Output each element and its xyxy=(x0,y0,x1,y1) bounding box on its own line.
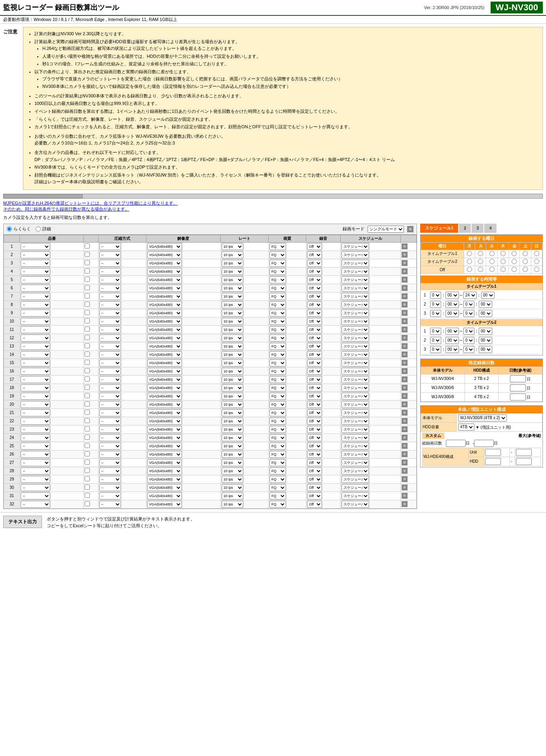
hinban-select-26[interactable]: -- xyxy=(21,451,50,458)
tt1-tue[interactable] xyxy=(475,250,486,258)
kaizodo-select-31[interactable]: VGA(640x480) xyxy=(147,492,182,500)
face-checkbox-21[interactable] xyxy=(85,410,90,415)
schedule-select-2[interactable]: スケジュール1 xyxy=(341,251,369,258)
est-days-input-3[interactable] xyxy=(510,393,526,401)
schedule-select-10[interactable]: スケジュール1 xyxy=(341,318,369,325)
off-wed[interactable] xyxy=(486,266,497,274)
hinban-select-14[interactable]: -- xyxy=(21,351,50,358)
rokion-select-20[interactable]: Off xyxy=(307,401,322,408)
hinban-select-6[interactable]: -- xyxy=(21,285,50,292)
tt2-mon[interactable] xyxy=(464,258,475,266)
gashitsu-select-30[interactable]: FQ xyxy=(269,484,286,491)
gashitsu-select-8[interactable]: FQ xyxy=(269,301,286,308)
scroll-bar[interactable] xyxy=(3,194,543,199)
face-checkbox-18[interactable] xyxy=(85,385,90,390)
rokion-select-18[interactable]: Off xyxy=(307,384,322,391)
schedule-select-7[interactable]: スケジュール1 xyxy=(341,293,369,300)
rokion-select-23[interactable]: Off xyxy=(307,426,322,433)
hinban-select-7[interactable]: -- xyxy=(21,293,50,300)
hinban-select-19[interactable]: -- xyxy=(21,393,50,400)
settings-btn-17[interactable]: ⚙ xyxy=(402,376,408,382)
tt2-fri[interactable] xyxy=(509,258,520,266)
face-checkbox-29[interactable] xyxy=(85,476,90,481)
asshuku-select-14[interactable]: -- xyxy=(99,351,121,358)
settings-btn-26[interactable]: ⚙ xyxy=(402,451,408,457)
schedule-select-32[interactable]: スケジュール1 xyxy=(341,501,369,508)
checkbox-cell-11[interactable] xyxy=(84,325,98,334)
hinban-select-30[interactable]: -- xyxy=(21,484,50,491)
gashitsu-select-11[interactable]: FQ xyxy=(269,326,286,333)
gashitsu-select-23[interactable]: FQ xyxy=(269,426,286,433)
tt1-start-m-1[interactable]: 00 xyxy=(446,292,459,299)
face-checkbox-4[interactable] xyxy=(85,268,90,274)
rate-select-23[interactable]: 10 ips xyxy=(222,426,243,433)
rakuraku-radio[interactable] xyxy=(7,226,12,232)
kaizodo-select-2[interactable]: VGA(640x480) xyxy=(147,251,182,258)
rate-select-13[interactable]: 10 ips xyxy=(222,343,243,350)
schedule-select-12[interactable]: スケジュール1 xyxy=(341,334,369,342)
settings-btn-12[interactable]: ⚙ xyxy=(402,335,408,341)
gashitsu-select-6[interactable]: FQ xyxy=(269,285,286,292)
schedule-select-21[interactable]: スケジュール1 xyxy=(341,409,369,416)
rate-select-3[interactable]: 10 ips xyxy=(222,260,243,267)
rate-select-4[interactable]: 10 ips xyxy=(222,268,243,275)
checkbox-cell-3[interactable] xyxy=(84,259,98,267)
gashitsu-select-20[interactable]: FQ xyxy=(269,401,286,408)
rokion-select-9[interactable]: Off xyxy=(307,310,322,317)
rate-select-29[interactable]: 10 ips xyxy=(222,476,243,483)
tt2-start-h-3[interactable]: 0 xyxy=(430,346,441,353)
settings-btn-23[interactable]: ⚙ xyxy=(402,426,408,432)
face-checkbox-23[interactable] xyxy=(85,426,90,431)
tt2-sat[interactable] xyxy=(520,258,531,266)
tt1-end-m-2[interactable]: 00 xyxy=(479,301,492,308)
rate-select-6[interactable]: 10 ips xyxy=(222,285,243,292)
kaizodo-select-19[interactable]: VGA(640x480) xyxy=(147,393,182,400)
schedule-select-8[interactable]: スケジュール1 xyxy=(341,301,369,308)
asshuku-select-9[interactable]: -- xyxy=(99,310,121,317)
rokion-select-15[interactable]: Off xyxy=(307,359,322,367)
checkbox-cell-14[interactable] xyxy=(84,350,98,359)
rate-select-20[interactable]: 10 ips xyxy=(222,401,243,408)
gashitsu-select-25[interactable]: FQ xyxy=(269,443,286,450)
hinban-select-23[interactable]: -- xyxy=(21,426,50,433)
kaizodo-select-18[interactable]: VGA(640x480) xyxy=(147,384,182,391)
rate-select-14[interactable]: 10 ips xyxy=(222,351,243,358)
gashitsu-select-17[interactable]: FQ xyxy=(269,376,286,383)
gashitsu-select-4[interactable]: FQ xyxy=(269,268,286,275)
rokion-select-6[interactable]: Off xyxy=(307,285,322,292)
asshuku-select-17[interactable]: -- xyxy=(99,376,121,383)
tt1-start-h-1[interactable]: 0 xyxy=(430,292,441,299)
asshuku-select-29[interactable]: -- xyxy=(99,476,121,483)
rate-select-15[interactable]: 10 ips xyxy=(222,359,243,367)
settings-btn-24[interactable]: ⚙ xyxy=(402,435,408,441)
settings-btn-10[interactable]: ⚙ xyxy=(402,318,408,324)
settings-btn-25[interactable]: ⚙ xyxy=(402,443,408,449)
kaizodo-select-17[interactable]: VGA(640x480) xyxy=(147,376,182,383)
checkbox-cell-24[interactable] xyxy=(84,433,98,442)
face-checkbox-15[interactable] xyxy=(85,360,90,365)
off-sat[interactable] xyxy=(520,266,531,274)
kaizodo-select-29[interactable]: VGA(640x480) xyxy=(147,476,182,483)
asshuku-select-30[interactable]: -- xyxy=(99,484,121,491)
unit-max-input[interactable] xyxy=(516,449,532,456)
kaizodo-select-27[interactable]: VGA(640x480) xyxy=(147,459,182,466)
checkbox-cell-7[interactable] xyxy=(84,292,98,300)
schedule-select-17[interactable]: スケジュール1 xyxy=(341,376,369,383)
checkbox-cell-1[interactable] xyxy=(84,242,98,251)
settings-btn-15[interactable]: ⚙ xyxy=(402,360,408,366)
schedule-select-20[interactable]: スケジュール1 xyxy=(341,401,369,408)
schedule-select-15[interactable]: スケジュール1 xyxy=(341,359,369,367)
asshuku-select-10[interactable]: -- xyxy=(99,318,121,325)
rokion-select-27[interactable]: Off xyxy=(307,459,322,466)
face-checkbox-14[interactable] xyxy=(85,351,90,357)
checkbox-cell-13[interactable] xyxy=(84,342,98,350)
asshuku-select-21[interactable]: -- xyxy=(99,409,121,416)
tt1-start-h-2[interactable]: 0 xyxy=(430,301,441,308)
kaizodo-select-20[interactable]: VGA(640x480) xyxy=(147,401,182,408)
face-checkbox-11[interactable] xyxy=(85,327,90,332)
asshuku-select-6[interactable]: -- xyxy=(99,285,121,292)
checkbox-cell-8[interactable] xyxy=(84,300,98,309)
rate-select-22[interactable]: 10 ips xyxy=(222,418,243,425)
face-checkbox-25[interactable] xyxy=(85,443,90,448)
hinban-select-16[interactable]: -- xyxy=(21,368,50,375)
